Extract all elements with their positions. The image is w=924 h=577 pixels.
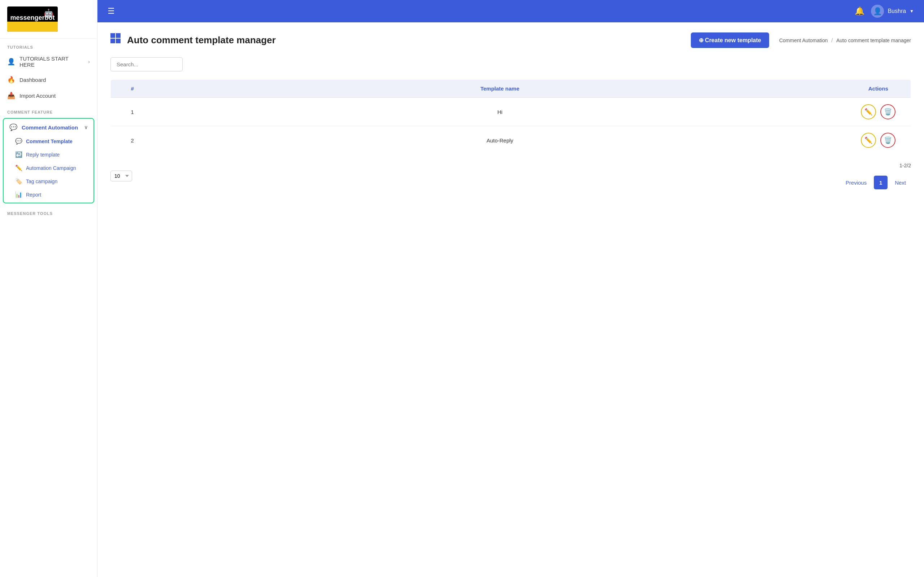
svg-rect-1 [116,33,121,38]
page-header-right: ⊕ Create new template Comment Automation… [691,32,911,48]
comment-automation-label: Comment Automation [22,124,80,131]
topbar-left: ☰ [108,6,115,16]
user-area[interactable]: 👤 Bushra ▼ [871,5,914,18]
user-avatar-icon: 👤 [873,7,882,16]
submenu-item-tag-campaign[interactable]: 🏷️ Tag campaign [3,174,94,188]
page-title-area: Auto comment template manager [110,33,276,47]
sidebar: messengerbot 🤖 TUTORIALS 👤 TUTORIALS STA… [0,0,97,577]
comment-automation-chevron: ∨ [84,124,88,130]
user-avatar: 👤 [871,5,884,18]
col-header-actions: Actions [846,80,911,98]
tutorials-label: TUTORIALS START HERE [19,56,84,68]
page-size-select[interactable]: 102550100 [110,171,132,181]
content-inner: Auto comment template manager ⊕ Create n… [97,23,924,577]
dashboard-icon: 🔥 [7,76,15,84]
table-row: 1 Hi ✏️ 🗑️ [111,98,911,126]
create-new-template-button[interactable]: ⊕ Create new template [691,32,769,48]
bottom-row: 102550100 1-2/2 Previous 1 Next [110,163,911,189]
page-header: Auto comment template manager ⊕ Create n… [110,32,911,48]
delete-button[interactable]: 🗑️ [880,104,895,119]
comment-template-label: Comment Template [26,139,73,144]
row-actions: ✏️ 🗑️ [846,98,911,126]
logo-area: messengerbot 🤖 [0,0,97,39]
dashboard-label: Dashboard [19,77,90,83]
reply-template-label: Reply template [26,152,60,158]
breadcrumb-part2: Auto comment template manager [836,37,911,43]
reply-template-icon: ↩️ [15,151,23,158]
row-number: 1 [111,98,154,126]
sidebar-item-dashboard[interactable]: 🔥 Dashboard [0,72,97,88]
automation-campaign-label: Automation Campaign [26,165,76,171]
row-number: 2 [111,126,154,155]
import-label: Import Account [19,93,90,99]
logo-image: messengerbot 🤖 [7,6,58,32]
topbar-right: 🔔 👤 Bushra ▼ [855,5,914,18]
sidebar-item-tutorials-start[interactable]: 👤 TUTORIALS START HERE › [0,52,97,72]
submenu-item-report[interactable]: 📊 Report [3,188,94,201]
search-input[interactable] [110,57,183,71]
col-header-name: Template name [154,80,846,98]
hamburger-icon[interactable]: ☰ [108,6,115,16]
submenu-item-comment-template[interactable]: 💬 Comment Template [3,134,94,148]
page-count: 1-2/2 [841,163,911,168]
row-name: Hi [154,98,846,126]
svg-rect-0 [110,33,115,38]
tutorials-icon: 👤 [7,58,15,66]
page-title-icon [110,33,122,47]
breadcrumb-part1: Comment Automation [779,37,828,43]
main-area: ☰ 🔔 👤 Bushra ▼ Auto comment templat [97,0,924,577]
submenu-item-reply-template[interactable]: ↩️ Reply template [3,148,94,161]
section-label-comment-feature: COMMENT FEATURE [0,103,97,116]
content-area: Auto comment template manager ⊕ Create n… [97,23,924,577]
page-title: Auto comment template manager [127,35,276,46]
report-icon: 📊 [15,191,23,198]
automation-campaign-icon: ✏️ [15,164,23,171]
chevron-icon: › [88,59,90,64]
bell-icon[interactable]: 🔔 [855,6,864,16]
breadcrumb-sep: / [831,37,834,43]
section-label-messenger-tools: MESSENGER TOOLS [0,205,97,218]
previous-button[interactable]: Previous [841,177,872,189]
search-bar [110,57,911,71]
breadcrumb: Comment Automation / Auto comment templa… [779,37,911,43]
edit-button[interactable]: ✏️ [861,104,876,119]
svg-rect-2 [110,39,115,43]
import-icon: 📥 [7,92,15,100]
comment-automation-icon: 💬 [10,123,17,131]
edit-button[interactable]: ✏️ [861,133,876,148]
pagination-nav: Previous 1 Next [841,176,911,189]
report-label: Report [26,192,41,198]
user-dropdown-arrow: ▼ [909,9,914,14]
sidebar-item-comment-automation[interactable]: 💬 Comment Automation ∨ [3,120,94,134]
col-header-number: # [111,80,154,98]
svg-rect-3 [116,39,121,43]
page-size-area: 102550100 [110,171,132,181]
table-row: 2 Auto-Reply ✏️ 🗑️ [111,126,911,155]
user-name: Bushra [888,8,906,15]
comment-automation-box: 💬 Comment Automation ∨ 💬 Comment Templat… [3,118,94,203]
tag-campaign-icon: 🏷️ [15,178,23,185]
tag-campaign-label: Tag campaign [26,179,57,184]
delete-button[interactable]: 🗑️ [880,133,895,148]
sidebar-item-import-account[interactable]: 📥 Import Account [0,88,97,103]
submenu-item-automation-campaign[interactable]: ✏️ Automation Campaign [3,161,94,174]
topbar: ☰ 🔔 👤 Bushra ▼ [97,0,924,23]
comment-template-icon: 💬 [15,138,23,145]
templates-table: # Template name Actions 1 Hi ✏️ 🗑️ 2 Aut… [110,79,911,155]
row-name: Auto-Reply [154,126,846,155]
page-1-button[interactable]: 1 [874,176,888,189]
logo-text: messengerbot [10,14,55,22]
next-button[interactable]: Next [890,177,911,189]
section-label-tutorials: TUTORIALS [0,39,97,52]
row-actions: ✏️ 🗑️ [846,126,911,155]
